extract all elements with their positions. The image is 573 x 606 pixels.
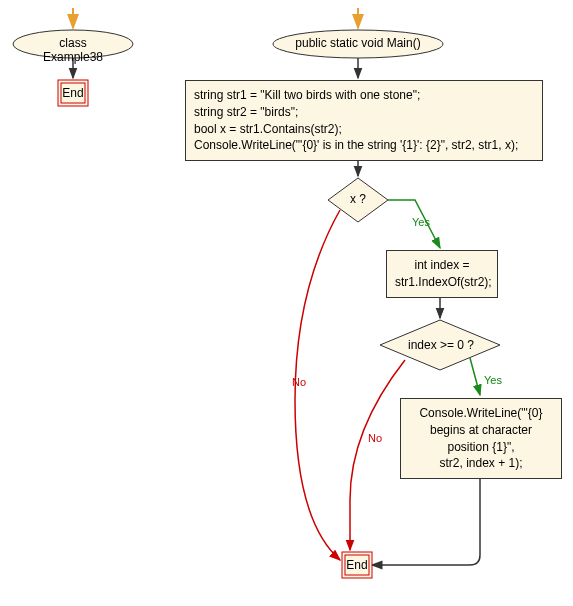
code-line: str1.IndexOf(str2); [395, 274, 489, 291]
edge-no-2: No [368, 432, 382, 444]
end-label-left: End [58, 86, 88, 100]
edge-yes-1: Yes [412, 216, 430, 228]
code-block-3: Console.WriteLine("'{0} begins at charac… [400, 398, 562, 479]
edge-yes-2: Yes [484, 374, 502, 386]
main-ellipse-label: public static void Main() [280, 36, 436, 50]
code-block-1: string str1 = "Kill two birds with one s… [185, 80, 543, 161]
svg-marker-11 [380, 320, 500, 370]
code-line: begins at character [409, 422, 553, 439]
class-ellipse-label: class Example38 [28, 36, 118, 64]
code-line: position {1}", [409, 439, 553, 456]
end-label-right: End [342, 558, 372, 572]
code-line: string str2 = "birds"; [194, 104, 534, 121]
code-line: Console.WriteLine("'{0} [409, 405, 553, 422]
code-line: string str1 = "Kill two birds with one s… [194, 87, 534, 104]
code-line: bool x = str1.Contains(str2); [194, 121, 534, 138]
edge-no-1: No [292, 376, 306, 388]
code-line: str2, index + 1); [409, 455, 553, 472]
code-line: int index = [395, 257, 489, 274]
code-block-2: int index = str1.IndexOf(str2); [386, 250, 498, 298]
code-line: Console.WriteLine("'{0}' is in the strin… [194, 137, 534, 154]
